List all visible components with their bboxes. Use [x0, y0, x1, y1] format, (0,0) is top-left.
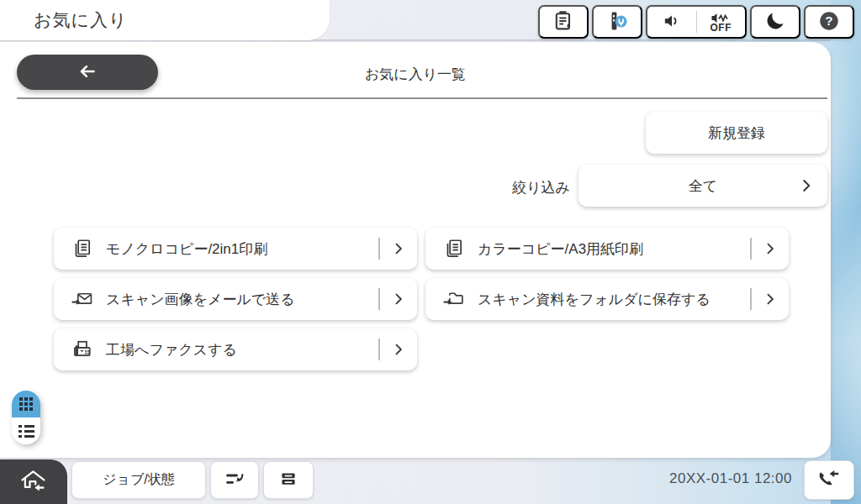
favorites-list: モノクロコピー/2in1印刷 カラーコピー/A3用紙印刷 — [54, 228, 790, 370]
favorite-item-fax[interactable]: 工場へファクスする — [54, 328, 417, 370]
tray-status-icon — [277, 468, 299, 493]
button-divider — [696, 11, 697, 33]
favorite-item-right — [750, 238, 789, 260]
incoming-fax-button[interactable] — [804, 460, 854, 500]
chevron-right-icon — [752, 291, 789, 307]
grid-view-icon — [19, 397, 33, 411]
svg-text:?: ? — [825, 13, 832, 28]
datetime-display: 20XX-01-01 12:00 — [589, 470, 792, 487]
device-status-button[interactable] — [592, 5, 642, 39]
favorite-item-right — [378, 339, 417, 360]
chevron-right-icon — [380, 341, 417, 358]
filter-label: 絞り込み — [420, 178, 570, 197]
home-button[interactable] — [0, 459, 67, 504]
device-status-icon — [605, 9, 629, 35]
sleep-mode-icon — [763, 9, 787, 35]
job-log-button[interactable] — [210, 461, 259, 499]
chevron-right-icon — [380, 291, 417, 307]
background-blue-band — [831, 0, 861, 504]
favorite-label: カラーコピー/A3用紙印刷 — [478, 239, 643, 259]
favorite-label: スキャン資料をフォルダに保存する — [478, 290, 710, 309]
favorite-item-scan-to-folder[interactable]: スキャン資料をフォルダに保存する — [425, 278, 789, 320]
copy-document-icon — [442, 238, 465, 260]
new-registration-button[interactable]: 新規登録 — [646, 112, 827, 154]
favorite-item-scan-to-mail[interactable]: スキャン画像をメールで送る — [54, 278, 417, 320]
chevron-right-icon — [797, 176, 816, 199]
tray-status-button[interactable] — [263, 461, 314, 499]
volume-icon — [661, 10, 683, 34]
consumables-status-button[interactable] — [538, 5, 589, 39]
favorite-item-right — [378, 238, 417, 260]
job-status-button[interactable]: ジョブ/状態 — [71, 461, 206, 499]
favorite-item-color-copy[interactable]: カラーコピー/A3用紙印刷 — [425, 228, 789, 270]
sound-off-label: OFF — [710, 23, 732, 33]
scan-to-folder-icon — [442, 288, 465, 310]
favorite-label: スキャン画像をメールで送る — [106, 290, 295, 309]
job-log-icon — [224, 468, 246, 493]
favorite-item-right — [378, 288, 417, 310]
sound-settings-button[interactable]: OFF — [646, 5, 747, 39]
favorite-item-mono-copy[interactable]: モノクロコピー/2in1印刷 — [54, 228, 417, 270]
filter-value: 全て — [689, 176, 717, 196]
help-button[interactable]: ? — [804, 5, 854, 39]
view-mode-toggle — [12, 391, 40, 444]
topbar: OFF ? — [0, 5, 861, 39]
sleep-mode-button[interactable] — [750, 5, 800, 39]
chevron-right-icon — [380, 240, 417, 257]
list-view-icon — [18, 425, 34, 438]
main-panel: お気に入り一覧 新規登録 絞り込み 全て モノクロコピー/2in1印刷 — [0, 42, 831, 458]
fax-icon — [71, 339, 93, 360]
consumables-icon — [552, 9, 575, 35]
favorite-label: モノクロコピー/2in1印刷 — [106, 239, 267, 259]
favorite-label: 工場へファクスする — [106, 340, 237, 360]
scan-to-mail-icon — [71, 288, 93, 310]
favorite-item-right — [750, 288, 789, 310]
chevron-right-icon — [752, 240, 789, 257]
grid-view-button[interactable] — [12, 391, 40, 417]
phone-arrow-icon — [816, 466, 842, 495]
header-divider — [17, 97, 827, 99]
copy-document-icon — [71, 238, 93, 260]
alarm-volume-off-icon: OFF — [710, 11, 732, 33]
screen-title: お気に入り一覧 — [0, 65, 831, 84]
filter-select-button[interactable]: 全て — [578, 165, 827, 207]
home-icon — [18, 467, 49, 496]
help-icon: ? — [817, 9, 841, 35]
